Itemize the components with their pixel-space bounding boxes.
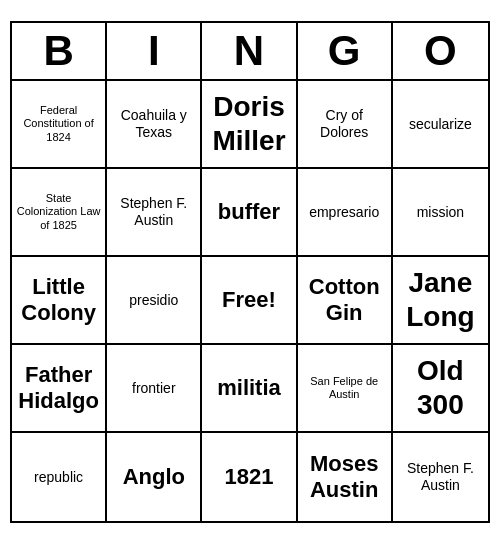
bingo-card: BINGO Federal Constitution of 1824Coahui… <box>10 21 490 523</box>
cell-text-18: San Felipe de Austin <box>302 375 387 401</box>
bingo-cell-2: Doris Miller <box>202 81 297 169</box>
cell-text-16: frontier <box>132 380 176 397</box>
bingo-cell-1: Coahuila y Texas <box>107 81 202 169</box>
cell-text-21: Anglo <box>123 464 185 490</box>
bingo-cell-7: buffer <box>202 169 297 257</box>
cell-text-1: Coahuila y Texas <box>111 107 196 141</box>
bingo-cell-12: Free! <box>202 257 297 345</box>
cell-text-20: republic <box>34 469 83 486</box>
bingo-cell-9: mission <box>393 169 488 257</box>
cell-text-12: Free! <box>222 287 276 313</box>
cell-text-0: Federal Constitution of 1824 <box>16 104 101 144</box>
cell-text-2: Doris Miller <box>206 90 291 157</box>
cell-text-10: Little Colony <box>16 274 101 327</box>
bingo-cell-6: Stephen F. Austin <box>107 169 202 257</box>
cell-text-15: Father Hidalgo <box>16 362 101 415</box>
bingo-grid: Federal Constitution of 1824Coahuila y T… <box>12 81 488 521</box>
cell-text-13: Cotton Gin <box>302 274 387 327</box>
bingo-cell-20: republic <box>12 433 107 521</box>
cell-text-5: State Colonization Law of 1825 <box>16 192 101 232</box>
bingo-cell-15: Father Hidalgo <box>12 345 107 433</box>
bingo-cell-11: presidio <box>107 257 202 345</box>
bingo-cell-4: secularize <box>393 81 488 169</box>
bingo-cell-23: Moses Austin <box>298 433 393 521</box>
header-letter-b: B <box>12 23 107 79</box>
cell-text-4: secularize <box>409 116 472 133</box>
header-letter-n: N <box>202 23 297 79</box>
bingo-cell-10: Little Colony <box>12 257 107 345</box>
cell-text-8: empresario <box>309 204 379 221</box>
bingo-cell-0: Federal Constitution of 1824 <box>12 81 107 169</box>
bingo-cell-22: 1821 <box>202 433 297 521</box>
cell-text-17: militia <box>217 375 281 401</box>
bingo-cell-14: Jane Long <box>393 257 488 345</box>
bingo-cell-18: San Felipe de Austin <box>298 345 393 433</box>
header-letter-i: I <box>107 23 202 79</box>
header-letter-o: O <box>393 23 488 79</box>
bingo-cell-13: Cotton Gin <box>298 257 393 345</box>
cell-text-9: mission <box>417 204 464 221</box>
cell-text-11: presidio <box>129 292 178 309</box>
bingo-cell-24: Stephen F. Austin <box>393 433 488 521</box>
cell-text-22: 1821 <box>225 464 274 490</box>
bingo-cell-17: militia <box>202 345 297 433</box>
bingo-cell-5: State Colonization Law of 1825 <box>12 169 107 257</box>
bingo-cell-3: Cry of Dolores <box>298 81 393 169</box>
bingo-header: BINGO <box>12 23 488 81</box>
cell-text-23: Moses Austin <box>302 451 387 504</box>
cell-text-7: buffer <box>218 199 280 225</box>
bingo-cell-21: Anglo <box>107 433 202 521</box>
cell-text-3: Cry of Dolores <box>302 107 387 141</box>
header-letter-g: G <box>298 23 393 79</box>
bingo-cell-8: empresario <box>298 169 393 257</box>
bingo-cell-19: Old 300 <box>393 345 488 433</box>
cell-text-14: Jane Long <box>397 266 484 333</box>
cell-text-19: Old 300 <box>397 354 484 421</box>
bingo-cell-16: frontier <box>107 345 202 433</box>
cell-text-6: Stephen F. Austin <box>111 195 196 229</box>
cell-text-24: Stephen F. Austin <box>397 460 484 494</box>
